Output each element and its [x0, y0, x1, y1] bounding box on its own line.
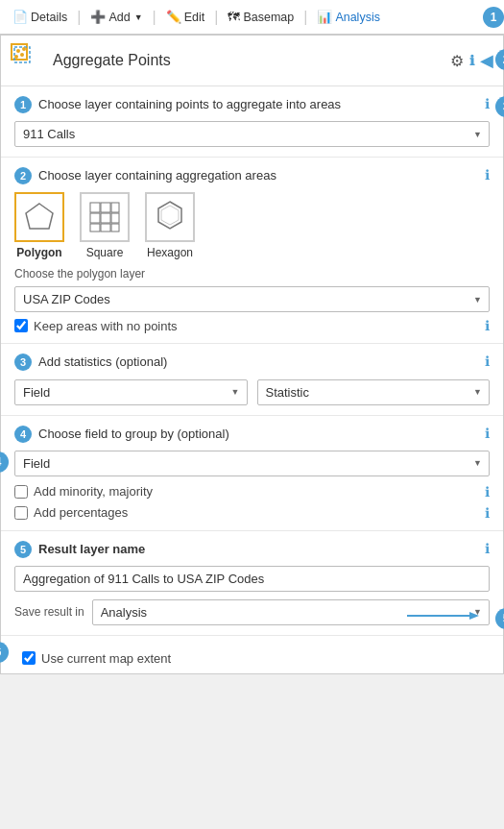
result-name-input[interactable]	[14, 566, 490, 592]
toolbar-basemap[interactable]: 🗺 Basemap	[221, 6, 300, 28]
svg-rect-15	[111, 224, 119, 232]
percentages-checkbox[interactable]	[14, 506, 28, 520]
field-select-input[interactable]: Field	[14, 379, 248, 405]
keep-areas-row: Keep areas with no points ℹ	[14, 318, 490, 333]
details-label: Details	[31, 11, 67, 24]
section-5-header: 5 Result layer name ℹ	[14, 541, 490, 558]
section-2: 2 Choose layer containing aggregation ar…	[1, 158, 503, 344]
section-2-info[interactable]: ℹ	[485, 167, 490, 183]
field-select[interactable]: Field	[14, 379, 248, 405]
edit-icon: ✏️	[166, 10, 181, 24]
svg-rect-12	[111, 213, 119, 223]
hexagon-box[interactable]	[145, 192, 195, 242]
analysis-label: Analysis	[335, 11, 380, 24]
square-label: Square	[86, 246, 124, 259]
use-extent-row: 6 Use current map extent	[14, 651, 490, 666]
svg-point-4	[14, 55, 18, 59]
minority-checkbox[interactable]	[14, 485, 28, 499]
layer-select-1[interactable]: 911 Calls	[14, 121, 490, 147]
section-1: 1 Choose layer containing points to aggr…	[1, 86, 503, 158]
group-field-select-input[interactable]: Field	[14, 451, 490, 476]
footer-section: 6 Use current map extent	[1, 636, 503, 673]
section-3-badge: 3	[14, 354, 32, 371]
layer-select-2-input[interactable]: USA ZIP Codes	[14, 286, 490, 312]
svg-point-2	[16, 49, 20, 53]
svg-rect-14	[101, 224, 110, 232]
section-5: 5 Result layer name ℹ Save result in Ana…	[1, 531, 503, 636]
svg-rect-8	[101, 203, 110, 212]
section-4-info[interactable]: ℹ	[485, 426, 490, 441]
section-3-title: Add statistics (optional)	[38, 354, 474, 371]
annotation-badge-2: 2	[495, 49, 504, 70]
polygon-label: Polygon	[16, 246, 61, 259]
minority-label: Add minority, majority	[34, 484, 153, 499]
shape-polygon[interactable]: Polygon	[14, 192, 64, 259]
info-icon[interactable]: ℹ	[469, 53, 474, 68]
section-3-info[interactable]: ℹ	[485, 354, 490, 369]
layer-select-2[interactable]: USA ZIP Codes	[14, 286, 490, 312]
section-1-info[interactable]: ℹ	[485, 96, 490, 111]
group-field-select[interactable]: Field	[14, 451, 490, 476]
section-2-header: 2 Choose layer containing aggregation ar…	[14, 167, 490, 184]
toolbar: 📄 Details | ➕ Add ▼ | ✏️ Edit | 🗺 Basema…	[0, 0, 504, 35]
svg-rect-7	[90, 203, 100, 212]
shape-hexagon[interactable]: Hexagon	[145, 192, 195, 259]
toolbar-add[interactable]: ➕ Add ▼	[84, 6, 149, 28]
hexagon-label: Hexagon	[147, 246, 193, 259]
statistic-select[interactable]: Statistic	[257, 379, 491, 405]
toolbar-details[interactable]: 📄 Details	[6, 6, 74, 28]
polygon-sublabel: Choose the polygon layer	[14, 267, 490, 280]
main-panel: Aggregate Points ⚙ ℹ ◀ 2 1 Choose layer …	[0, 35, 504, 674]
basemap-icon: 🗺	[228, 10, 240, 24]
keep-areas-checkbox[interactable]	[14, 319, 28, 332]
section-4: 4 Choose field to group by (optional) ℹ …	[1, 416, 503, 531]
annotation-badge-5: 5	[495, 608, 504, 629]
section-5-badge: 5	[14, 541, 32, 558]
shape-options: Polygon	[14, 192, 490, 259]
percentages-info[interactable]: ℹ	[485, 505, 490, 521]
add-icon: ➕	[90, 10, 106, 24]
aggregate-icon	[11, 43, 45, 78]
svg-rect-10	[90, 213, 100, 223]
svg-rect-9	[111, 203, 119, 212]
save-result-select-input[interactable]: Analysis	[92, 599, 490, 625]
keep-areas-info[interactable]: ℹ	[485, 318, 490, 333]
panel-actions: ⚙ ℹ ◀	[450, 50, 493, 71]
section-5-info[interactable]: ℹ	[485, 541, 490, 556]
shape-square[interactable]: Square	[80, 192, 130, 259]
sep4: |	[303, 10, 307, 25]
svg-marker-6	[26, 204, 53, 229]
section-5-title: Result layer name	[38, 541, 474, 558]
polygon-box[interactable]	[14, 192, 64, 242]
sep2: |	[153, 10, 156, 25]
details-icon: 📄	[12, 10, 28, 24]
layer-select-1-input[interactable]: 911 Calls	[14, 121, 490, 147]
panel-header: Aggregate Points ⚙ ℹ ◀ 2	[1, 36, 503, 86]
annotation-badge-1: 1	[483, 7, 504, 28]
annotation-badge-6: 6	[0, 642, 9, 663]
save-result-row: Save result in Analysis 5	[14, 599, 490, 625]
toolbar-analysis[interactable]: 📊 Analysis	[310, 6, 387, 28]
save-result-select[interactable]: Analysis	[92, 599, 490, 625]
percentages-label: Add percentages	[34, 505, 128, 520]
minority-info[interactable]: ℹ	[485, 484, 490, 500]
statistics-selects: Field Statistic	[14, 379, 490, 405]
percentages-row: Add percentages ℹ	[14, 505, 490, 521]
minority-row: Add minority, majority ℹ	[14, 484, 490, 500]
svg-point-5	[20, 53, 24, 57]
section-4-header: 4 Choose field to group by (optional) ℹ	[14, 426, 490, 443]
svg-rect-13	[90, 224, 100, 232]
use-extent-checkbox[interactable]	[22, 651, 36, 665]
back-icon[interactable]: ◀	[480, 50, 493, 71]
toolbar-edit[interactable]: ✏️ Edit	[159, 6, 212, 28]
edit-label: Edit	[184, 11, 205, 24]
add-label: Add	[108, 11, 130, 24]
gear-icon[interactable]: ⚙	[450, 52, 464, 70]
square-box[interactable]	[80, 192, 130, 242]
statistic-select-input[interactable]: Statistic	[257, 379, 491, 405]
use-extent-label: Use current map extent	[41, 651, 171, 666]
svg-marker-17	[161, 206, 179, 225]
app-container: 📄 Details | ➕ Add ▼ | ✏️ Edit | 🗺 Basema…	[0, 0, 504, 674]
keep-areas-label: Keep areas with no points	[34, 319, 178, 333]
section-2-title: Choose layer containing aggregation area…	[38, 167, 474, 184]
